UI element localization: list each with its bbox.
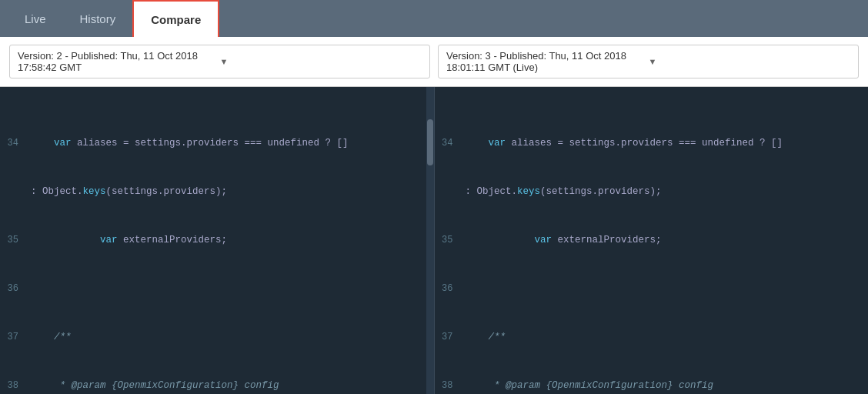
code-line: 34 var aliases = settings.providers === … xyxy=(435,135,869,152)
code-lines-left: 34 var aliases = settings.providers === … xyxy=(0,87,434,394)
code-pane-right: 34 var aliases = settings.providers === … xyxy=(434,87,869,394)
tab-compare[interactable]: Compare xyxy=(132,0,219,37)
code-pane-left: 34 var aliases = settings.providers === … xyxy=(0,87,434,394)
code-line: 38 * @param {OpenmixConfiguration} confi… xyxy=(435,378,869,394)
code-line: : Object.keys(settings.providers); xyxy=(435,184,869,200)
version-selector-right[interactable]: Version: 3 - Published: Thu, 11 Oct 2018… xyxy=(438,45,859,78)
tab-history[interactable]: History xyxy=(63,0,133,37)
code-line: : Object.keys(settings.providers); xyxy=(0,184,434,200)
code-line: 36 xyxy=(435,281,869,297)
chevron-down-icon-left: ▼ xyxy=(220,57,422,66)
chevron-down-icon-right: ▼ xyxy=(649,57,851,66)
scrollbar-thumb-left[interactable] xyxy=(427,119,433,165)
nav-bar: Live History Compare xyxy=(0,0,868,37)
code-line: 35 var externalProviders; xyxy=(0,232,434,249)
code-lines-right: 34 var aliases = settings.providers === … xyxy=(435,87,869,394)
code-area: 34 var aliases = settings.providers === … xyxy=(0,87,868,394)
code-line: 37 /** xyxy=(435,329,869,346)
scrollbar-left[interactable] xyxy=(426,87,434,394)
code-line: 37 /** xyxy=(0,329,434,346)
version-selector-left[interactable]: Version: 2 - Published: Thu, 11 Oct 2018… xyxy=(9,45,430,78)
version-row: Version: 2 - Published: Thu, 11 Oct 2018… xyxy=(0,37,868,87)
code-line: 34 var aliases = settings.providers === … xyxy=(0,135,434,152)
tab-live[interactable]: Live xyxy=(8,0,63,37)
code-line: 38 * @param {OpenmixConfiguration} confi… xyxy=(0,378,434,394)
code-line: 36 xyxy=(0,281,434,297)
code-line: 35 var externalProviders; xyxy=(435,232,869,249)
